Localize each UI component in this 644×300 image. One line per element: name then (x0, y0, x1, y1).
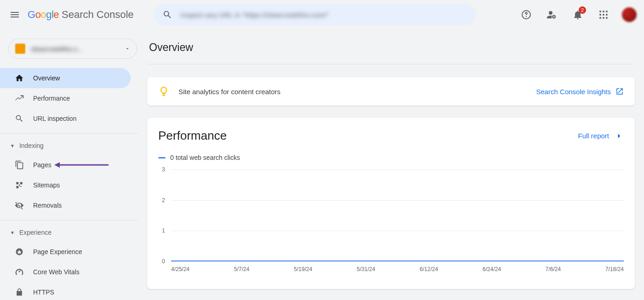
open-in-new-icon (615, 87, 624, 96)
url-inspect-search[interactable]: Inspect any URL in "https://clearcreekfi… (154, 4, 476, 25)
sidebar-item-url-inspection[interactable]: URL inspection (0, 108, 131, 129)
x-tick-label: 5/7/24 (234, 266, 249, 272)
svg-point-2 (606, 11, 608, 12)
google-wordmark: Google (28, 9, 59, 21)
main-content: Overview Site analytics for content crea… (138, 29, 644, 300)
lock-icon (14, 288, 25, 297)
full-report-label: Full report (578, 132, 609, 140)
nav-label: Removals (33, 202, 62, 209)
grid-line (171, 200, 624, 201)
topbar-actions: 2 (515, 4, 637, 26)
notifications-button[interactable]: 2 (567, 4, 589, 26)
divider (0, 133, 138, 134)
sidebar-item-removals[interactable]: Removals (0, 195, 131, 215)
search-icon (14, 114, 25, 123)
sitemaps-icon (14, 181, 25, 190)
nav-label: Performance (33, 95, 70, 102)
svg-marker-10 (54, 162, 60, 168)
account-avatar[interactable] (622, 7, 637, 22)
insights-text: Site analytics for content creators (178, 88, 281, 96)
sidebar-item-core-web-vitals[interactable]: Core Web Vitals (0, 262, 131, 282)
section-title: Experience (19, 229, 52, 236)
hamburger-menu-button[interactable] (4, 4, 26, 26)
svg-point-3 (599, 14, 601, 16)
people-gear-icon (546, 9, 558, 20)
nav-label: Overview (33, 74, 60, 82)
page-title: Overview (147, 39, 635, 64)
trend-icon (14, 94, 25, 103)
speed-icon (14, 267, 25, 277)
notification-badge: 2 (579, 6, 586, 14)
svg-point-6 (599, 17, 601, 19)
performance-card: Performance Full report 0 total web sear… (147, 118, 635, 289)
x-tick-label: 5/31/24 (357, 266, 375, 272)
x-tick-label: 6/24/24 (483, 266, 501, 272)
property-name: clearcreekfire.c... (31, 45, 119, 53)
y-tick-label: 2 (162, 197, 165, 204)
legend-text: 0 total web search clicks (170, 154, 240, 161)
full-report-link[interactable]: Full report (578, 131, 624, 141)
chart-legend: 0 total web search clicks (158, 154, 624, 161)
help-icon (521, 9, 532, 20)
search-icon (162, 10, 172, 20)
section-header-indexing[interactable]: ▼ Indexing (0, 136, 138, 155)
insights-link-label: Search Console Insights (536, 88, 611, 96)
sidebar-item-page-experience[interactable]: Page Experience (0, 242, 131, 262)
chevron-down-icon (125, 46, 130, 51)
user-management-button[interactable] (541, 4, 563, 26)
help-button[interactable] (515, 4, 537, 26)
divider (0, 220, 138, 221)
svg-point-0 (599, 11, 601, 12)
chevron-right-icon (615, 131, 624, 141)
performance-header: Performance Full report (158, 129, 624, 143)
nav-label: Pages (33, 161, 52, 169)
sidebar: clearcreekfire.c... Overview Performance… (0, 29, 138, 300)
nav-label: Sitemaps (33, 181, 60, 189)
sidebar-item-performance[interactable]: Performance (0, 88, 131, 108)
y-tick-label: 3 (162, 166, 165, 173)
svg-point-7 (603, 17, 604, 19)
sidebar-item-sitemaps[interactable]: Sitemaps (0, 175, 131, 195)
section-title: Indexing (19, 142, 44, 149)
section-header-experience[interactable]: ▼ Experience (0, 223, 138, 242)
y-tick-label: 1 (162, 227, 165, 234)
x-tick-label: 5/19/24 (294, 266, 312, 272)
grid-line (171, 231, 624, 231)
svg-point-1 (603, 11, 604, 12)
svg-point-8 (606, 17, 608, 19)
annotation-arrow-icon (54, 160, 109, 170)
svg-point-4 (603, 14, 604, 16)
property-selector[interactable]: clearcreekfire.c... (8, 39, 137, 59)
home-icon (14, 74, 25, 83)
lightbulb-icon (158, 86, 169, 97)
brand-logo[interactable]: Google Search Console (28, 9, 134, 21)
chevron-down-icon: ▼ (10, 143, 15, 148)
y-tick-label: 0 (162, 258, 165, 265)
sidebar-item-overview[interactable]: Overview (0, 68, 131, 88)
property-favicon (15, 44, 25, 54)
sidebar-item-https[interactable]: HTTPS (0, 282, 131, 300)
grid-line (171, 170, 624, 170)
x-tick-label: 6/12/24 (420, 266, 438, 272)
sidebar-item-pages[interactable]: Pages (0, 155, 131, 175)
chevron-down-icon: ▼ (10, 230, 15, 235)
product-name: Search Console (62, 9, 134, 21)
removals-icon (14, 201, 25, 210)
nav-label: Page Experience (33, 248, 82, 255)
insights-card: Site analytics for content creators Sear… (147, 77, 635, 106)
page-experience-icon (14, 247, 25, 256)
hamburger-icon (9, 9, 20, 20)
x-tick-label: 7/6/24 (546, 266, 561, 272)
legend-swatch (158, 157, 166, 158)
topbar: Google Search Console Inspect any URL in… (0, 0, 644, 29)
performance-chart: 3210 4/25/245/7/245/19/245/31/246/12/246… (158, 170, 624, 275)
insights-link[interactable]: Search Console Insights (536, 87, 624, 96)
apps-grid-icon (599, 10, 608, 19)
performance-title: Performance (158, 129, 227, 143)
search-placeholder: Inspect any URL in "https://clearcreekfi… (181, 11, 329, 19)
nav-label: Core Web Vitals (33, 268, 80, 276)
nav-label: URL inspection (33, 115, 76, 122)
apps-button[interactable] (592, 4, 615, 26)
x-tick-label: 7/18/24 (605, 266, 624, 272)
svg-point-5 (606, 14, 608, 16)
